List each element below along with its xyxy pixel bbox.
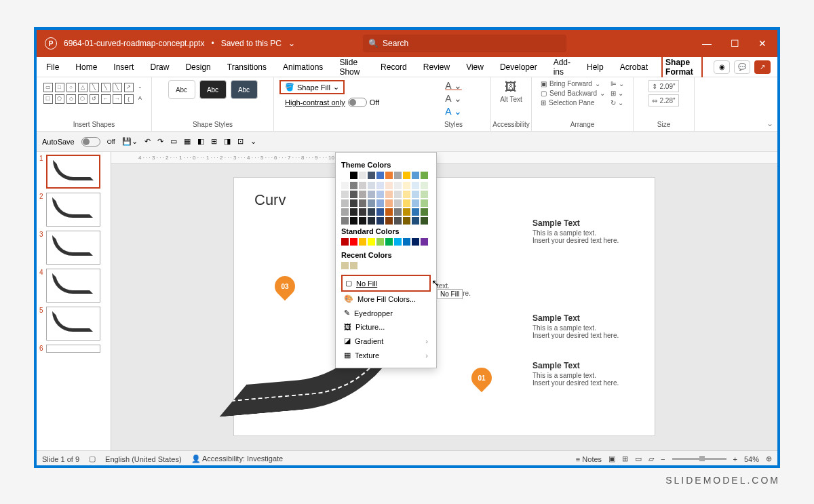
color-swatch[interactable] xyxy=(341,191,349,198)
color-swatch[interactable] xyxy=(368,191,375,198)
color-swatch[interactable] xyxy=(403,191,410,198)
share-button[interactable]: ↗ xyxy=(754,60,771,74)
alt-text-icon[interactable]: 🖼 xyxy=(505,80,517,94)
color-swatch[interactable] xyxy=(350,172,357,179)
high-contrast-toggle[interactable]: High-contrast only Off xyxy=(285,98,379,107)
pin-01[interactable]: 01 xyxy=(467,364,496,392)
color-swatch[interactable] xyxy=(350,182,357,189)
thumbnail-2[interactable] xyxy=(46,193,100,227)
color-swatch[interactable] xyxy=(403,182,410,189)
rotate-button[interactable]: ↻ ⌄ xyxy=(610,99,624,106)
tab-draw[interactable]: Draw xyxy=(147,58,172,76)
texture-fill-item[interactable]: ▦Texture› xyxy=(341,348,431,362)
recent-colors-row[interactable] xyxy=(341,262,431,269)
redo-icon[interactable]: ↷ xyxy=(157,137,163,146)
color-swatch[interactable] xyxy=(421,172,428,179)
maximize-button[interactable]: ☐ xyxy=(731,38,739,49)
color-swatch[interactable] xyxy=(412,217,419,225)
text-fill-icon[interactable]: A ⌄ xyxy=(445,80,461,91)
selection-pane-button[interactable]: ⊞Selection Pane xyxy=(541,99,605,106)
qat-icon[interactable]: ◧ xyxy=(197,137,204,146)
qat-more-icon[interactable]: ⌄ xyxy=(250,137,256,146)
tab-slideshow[interactable]: Slide Show xyxy=(336,54,367,81)
color-swatch[interactable] xyxy=(368,182,375,189)
color-swatch[interactable] xyxy=(359,191,366,198)
color-swatch[interactable] xyxy=(421,238,428,246)
color-swatch[interactable] xyxy=(368,238,375,246)
tab-home[interactable]: Home xyxy=(73,58,100,76)
minimize-button[interactable]: — xyxy=(702,38,712,49)
color-swatch[interactable] xyxy=(359,182,366,189)
gradient-fill-item[interactable]: ◪Gradient› xyxy=(341,334,431,348)
color-swatch[interactable] xyxy=(359,238,366,246)
more-fill-colors-item[interactable]: 🎨More Fill Colors... xyxy=(341,292,431,306)
align-button[interactable]: ⊫ ⌄ xyxy=(610,80,624,88)
tab-file[interactable]: File xyxy=(43,58,62,76)
color-swatch[interactable] xyxy=(412,199,419,207)
book-icon[interactable]: ▢ xyxy=(89,454,96,463)
bring-forward-button[interactable]: ▣Bring Forward⌄ xyxy=(541,80,605,88)
style-swatch-3[interactable]: Abc xyxy=(231,80,258,99)
color-swatch[interactable] xyxy=(403,172,410,179)
color-swatch[interactable] xyxy=(341,199,349,207)
color-swatch[interactable] xyxy=(394,199,402,207)
tab-record[interactable]: Record xyxy=(378,58,410,76)
thumbnail-1[interactable] xyxy=(46,155,100,189)
color-swatch[interactable] xyxy=(341,238,349,246)
normal-view-icon[interactable]: ▣ xyxy=(608,454,615,463)
color-swatch[interactable] xyxy=(394,191,402,198)
autosave-toggle[interactable] xyxy=(81,137,100,147)
fit-window-icon[interactable]: ⊕ xyxy=(766,454,772,463)
tab-insert[interactable]: Insert xyxy=(111,58,136,76)
undo-icon[interactable]: ↶ xyxy=(144,137,151,146)
text-block-4[interactable]: Sample TextThis is a sample text.Insert … xyxy=(532,361,619,387)
thumbnail-5[interactable] xyxy=(46,307,100,341)
save-icon[interactable]: 💾⌄ xyxy=(122,137,138,146)
color-swatch[interactable] xyxy=(412,191,419,198)
color-swatch[interactable] xyxy=(341,182,349,189)
eyedropper-item[interactable]: ✎Eyedropper xyxy=(341,306,431,320)
theme-tints-grid[interactable] xyxy=(341,182,431,225)
text-block-1[interactable]: Sample TextThis is a sample text.Insert … xyxy=(532,218,619,244)
color-swatch[interactable] xyxy=(350,262,357,269)
comments-button[interactable]: 💬 xyxy=(734,60,750,74)
color-swatch[interactable] xyxy=(385,199,393,207)
color-swatch[interactable] xyxy=(394,182,402,189)
picture-fill-item[interactable]: 🖼Picture... xyxy=(341,320,431,334)
language-label[interactable]: English (United States) xyxy=(105,455,182,463)
color-swatch[interactable] xyxy=(368,172,375,179)
color-swatch[interactable] xyxy=(341,208,349,216)
color-swatch[interactable] xyxy=(412,182,419,189)
color-swatch[interactable] xyxy=(341,172,349,179)
shape-fill-button[interactable]: 🪣 Shape Fill ⌄ xyxy=(279,80,345,94)
color-swatch[interactable] xyxy=(359,199,366,207)
color-swatch[interactable] xyxy=(385,191,393,198)
tab-view[interactable]: View xyxy=(463,58,486,76)
color-swatch[interactable] xyxy=(376,191,384,198)
style-swatch-1[interactable]: Abc xyxy=(168,80,195,99)
color-swatch[interactable] xyxy=(376,182,384,189)
color-swatch[interactable] xyxy=(421,182,428,189)
zoom-percent[interactable]: 54% xyxy=(744,455,759,463)
record-button[interactable]: ◉ xyxy=(714,60,730,74)
text-effects-icon[interactable]: A ⌄ xyxy=(445,106,461,117)
color-swatch[interactable] xyxy=(368,208,375,216)
slide-counter[interactable]: Slide 1 of 9 xyxy=(42,455,79,463)
color-swatch[interactable] xyxy=(421,217,428,225)
shape-width-input[interactable]: ⇔ 2.28" xyxy=(648,94,678,106)
qat-icon[interactable]: ▭ xyxy=(170,137,177,146)
color-swatch[interactable] xyxy=(350,238,357,246)
tab-help[interactable]: Help xyxy=(584,58,606,76)
color-swatch[interactable] xyxy=(376,217,384,225)
color-swatch[interactable] xyxy=(350,199,357,207)
thumbnail-3[interactable] xyxy=(46,231,100,265)
color-swatch[interactable] xyxy=(403,238,410,246)
color-swatch[interactable] xyxy=(359,217,366,225)
color-swatch[interactable] xyxy=(350,208,357,216)
color-swatch[interactable] xyxy=(385,217,393,225)
accessibility-status[interactable]: 👤 Accessibility: Investigate xyxy=(191,454,284,463)
slide-thumbnail-panel[interactable]: 1 2 3 4 5 6 xyxy=(37,152,111,450)
color-swatch[interactable] xyxy=(385,172,393,179)
color-swatch[interactable] xyxy=(359,208,366,216)
text-block-3[interactable]: Sample TextThis is a sample text.Insert … xyxy=(532,313,619,339)
